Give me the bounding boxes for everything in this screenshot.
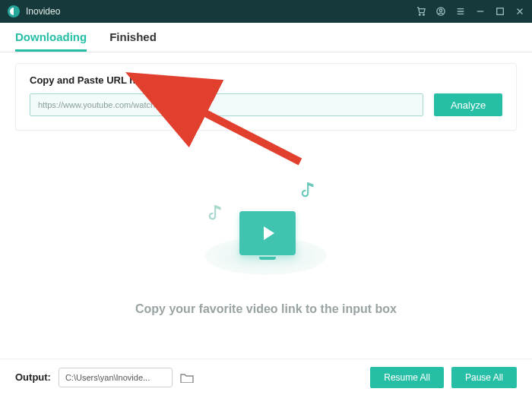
titlebar: Inovideo — [0, 0, 532, 23]
minimize-icon[interactable] — [476, 7, 485, 16]
title-right — [416, 7, 524, 16]
music-note-icon — [301, 181, 318, 204]
tab-finished[interactable]: Finished — [109, 30, 157, 52]
cart-icon[interactable] — [416, 7, 426, 16]
play-icon — [239, 211, 296, 255]
output-path-text: C:\Users\yan\Inovide... — [65, 373, 150, 382]
footer-bar: Output: C:\Users\yan\Inovide... Resume A… — [0, 359, 532, 395]
svg-rect-4 — [497, 8, 504, 15]
tab-bar: Downloading Finished — [0, 23, 532, 52]
output-label: Output: — [15, 371, 51, 383]
pause-all-button[interactable]: Pause All — [451, 367, 517, 388]
tab-downloading[interactable]: Downloading — [15, 30, 87, 52]
app-window: Inovideo Downloading Finished — [0, 0, 532, 395]
music-note-icon — [208, 204, 225, 226]
url-label: Copy and Paste URL here: — [30, 74, 502, 86]
title-left: Inovideo — [8, 5, 60, 17]
url-input[interactable] — [30, 93, 423, 116]
account-icon[interactable] — [436, 7, 445, 16]
folder-icon[interactable] — [180, 370, 195, 385]
resume-all-button[interactable]: Resume All — [370, 367, 444, 388]
close-icon[interactable] — [515, 7, 524, 16]
svg-point-0 — [419, 14, 420, 15]
empty-message: Copy your favorite video link to the inp… — [135, 302, 397, 316]
empty-state: Copy your favorite video link to the inp… — [0, 131, 532, 359]
empty-illustration — [198, 173, 334, 280]
menu-icon[interactable] — [456, 7, 465, 16]
analyze-button[interactable]: Analyze — [434, 93, 502, 116]
maximize-icon[interactable] — [496, 7, 505, 16]
svg-point-1 — [423, 14, 425, 15]
app-title: Inovideo — [26, 6, 60, 17]
url-row: Analyze — [30, 93, 502, 116]
svg-point-3 — [439, 9, 442, 11]
output-path[interactable]: C:\Users\yan\Inovide... — [59, 368, 173, 387]
url-card: Copy and Paste URL here: Analyze — [15, 63, 517, 131]
app-logo-icon — [8, 5, 20, 17]
